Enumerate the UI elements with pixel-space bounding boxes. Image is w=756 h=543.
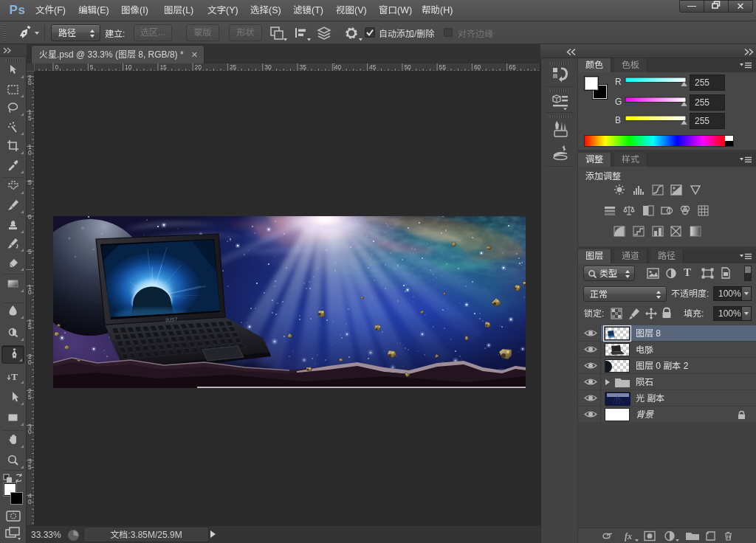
svg-text:0: 0: [28, 498, 32, 505]
svg-text:0: 0: [55, 63, 59, 71]
svg-text:R: R: [615, 77, 622, 87]
svg-text:5: 5: [28, 323, 32, 331]
svg-text:10: 10: [125, 63, 132, 71]
svg-text:0: 0: [28, 428, 32, 435]
svg-text:5: 5: [28, 248, 32, 255]
svg-text:55: 55: [439, 63, 447, 71]
svg-text:0: 0: [28, 359, 32, 366]
svg-text:5: 5: [90, 63, 94, 71]
svg-text:fx: fx: [625, 531, 632, 542]
svg-text:0: 0: [28, 288, 32, 296]
svg-text:T: T: [11, 371, 18, 382]
svg-text:3US7: 3US7: [165, 317, 178, 322]
svg-text:40: 40: [334, 63, 342, 71]
svg-text:15: 15: [159, 63, 167, 71]
svg-text:45: 45: [369, 63, 377, 71]
svg-text:65: 65: [509, 63, 516, 71]
svg-text:G: G: [615, 97, 622, 107]
svg-text:0: 0: [28, 79, 32, 86]
svg-text:5: 5: [28, 393, 32, 401]
svg-text:5: 5: [28, 463, 32, 471]
svg-text:35: 35: [300, 63, 307, 71]
svg-text:20: 20: [195, 63, 202, 71]
svg-text:5: 5: [28, 114, 32, 122]
svg-text:0: 0: [28, 149, 32, 156]
svg-text:50: 50: [404, 63, 411, 71]
svg-text:B: B: [615, 115, 621, 125]
svg-text:5: 5: [28, 179, 32, 186]
svg-text:25: 25: [230, 63, 237, 71]
svg-text:0: 0: [28, 213, 32, 221]
svg-text:30: 30: [264, 63, 272, 71]
svg-text:60: 60: [474, 63, 481, 71]
